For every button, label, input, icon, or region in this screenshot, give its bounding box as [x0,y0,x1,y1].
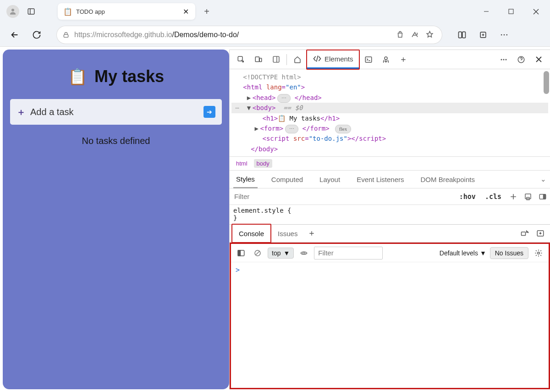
more-menu-btn[interactable] [495,26,513,44]
devtools-main-tabs: Elements [230,50,550,69]
console-tab-highlight: Console [231,224,271,243]
browser-tab[interactable]: 📋 TODO app ✕ [58,3,195,20]
console-settings-btn[interactable] [532,247,545,259]
tab-computed[interactable]: Computed [269,171,306,188]
print-media-btn[interactable] [521,189,535,204]
svg-point-23 [506,59,507,60]
tab-actions-btn[interactable] [23,3,39,20]
drawer-tabs: Console Issues [230,224,550,243]
back-btn[interactable] [6,26,24,44]
expand-subtabs-icon[interactable]: ⌄ [540,175,546,183]
svg-rect-9 [462,32,466,38]
maximize-btn[interactable] [499,2,523,21]
styles-filter-input[interactable] [230,188,455,204]
submit-task-btn[interactable]: ➔ [204,106,215,118]
svg-rect-31 [522,232,526,236]
svg-rect-8 [459,32,462,38]
shopping-icon[interactable] [393,28,407,42]
sources-panel-tab[interactable] [377,51,395,68]
devtools-close-btn[interactable] [530,51,547,68]
svg-rect-19 [365,57,372,62]
page-heading: 📋 My tasks [68,67,164,86]
svg-rect-16 [259,58,262,62]
favorite-icon[interactable] [423,28,436,42]
minimize-btn[interactable] [474,2,499,21]
dom-tree[interactable]: <!DOCTYPE html> <html lang="en"> ▶<head>… [230,69,550,156]
style-code[interactable]: element.style { } [230,205,550,224]
new-style-rule-btn[interactable] [506,189,521,204]
inspect-element-btn[interactable] [232,51,250,68]
styles-filter-row: :hov .cls [230,188,550,205]
console-filter-input[interactable] [314,247,383,259]
browser-toolbar: https://microsoftedge.github.io/Demos/de… [0,23,550,47]
clipboard-icon: 📋 [68,67,87,86]
svg-point-12 [504,34,505,35]
tab-styles[interactable]: Styles [233,171,258,188]
welcome-tab[interactable] [289,51,306,68]
tab-group: 📋 TODO app ✕ + [58,0,214,23]
read-aloud-icon[interactable] [408,28,422,42]
computed-sidebar-btn[interactable] [535,189,550,204]
console-drawer-tab[interactable]: Console [232,225,270,242]
elements-tab[interactable]: Elements [307,50,359,69]
tab-title: TODO app [76,8,181,15]
scrollbar-thumb[interactable] [544,71,549,94]
empty-state-text: No tasks defined [82,136,150,146]
console-sidebar-toggle[interactable] [235,247,248,259]
lock-icon [62,31,70,39]
plus-icon: ＋ [16,106,26,118]
svg-rect-30 [543,194,546,199]
hov-toggle[interactable]: :hov [455,193,480,201]
rendered-page: 📋 My tasks ＋ Add a task ➔ No tasks defin… [3,50,229,389]
tab-dom-breakpoints[interactable]: DOM Breakpoints [418,171,478,188]
crumb-html[interactable]: html [233,159,250,168]
split-screen-btn[interactable] [453,26,471,44]
svg-point-37 [303,252,305,254]
svg-point-0 [11,9,14,11]
cls-toggle[interactable]: .cls [480,193,506,201]
toolbar-right-icons [453,26,513,44]
tab-event-listeners[interactable]: Event Listeners [354,171,407,188]
svg-point-13 [506,34,508,35]
tab-close-btn[interactable]: ✕ [181,6,191,17]
log-levels-select[interactable]: Default levels ▼ [440,249,486,257]
address-bar[interactable]: https://microsoftedge.github.io/Demos/de… [57,26,442,44]
dock-btn[interactable] [267,51,285,68]
live-expression-btn[interactable] [297,247,310,259]
console-panel-tab[interactable] [360,51,377,68]
drawer-more-tabs-btn[interactable] [304,226,319,241]
more-tabs-btn[interactable] [395,51,412,68]
console-area-highlight: top ▼ Default levels ▼ No Issues > [230,243,550,389]
no-issues-badge[interactable]: No Issues [490,247,528,259]
devtools-more-btn[interactable] [495,51,512,68]
dom-breadcrumbs[interactable]: html body [230,156,550,170]
titlebar: 📋 TODO app ✕ + [0,0,550,23]
styles-subtabs: Styles Computed Layout Event Listeners D… [230,170,550,188]
svg-point-11 [501,34,502,35]
profile-avatar[interactable] [6,5,19,18]
collections-btn[interactable] [474,26,492,44]
execution-context-select[interactable]: top ▼ [268,248,294,259]
refresh-btn[interactable] [28,26,46,44]
crumb-body[interactable]: body [254,159,272,168]
drawer-dock-btn[interactable] [533,226,548,241]
device-toggle-btn[interactable] [250,51,267,68]
issues-drawer-tab[interactable]: Issues [271,225,304,242]
add-task-field[interactable]: ＋ Add a task ➔ [10,99,222,125]
svg-line-36 [256,251,259,255]
tab-layout[interactable]: Layout [317,171,343,188]
console-prompt[interactable]: > [231,262,549,278]
chevron-down-icon: ▼ [283,249,290,257]
svg-point-22 [503,59,505,60]
window-controls [474,2,548,21]
clear-console-btn[interactable] [251,247,264,259]
svg-rect-1 [28,9,34,14]
svg-rect-4 [509,9,513,14]
new-tab-btn[interactable]: + [199,4,214,19]
help-btn[interactable] [512,51,530,68]
favicon-clipboard-icon: 📋 [63,7,72,16]
close-window-btn[interactable] [523,2,548,21]
svg-rect-34 [238,250,240,256]
drawer-expand-btn[interactable] [517,226,533,241]
svg-rect-7 [64,34,68,37]
